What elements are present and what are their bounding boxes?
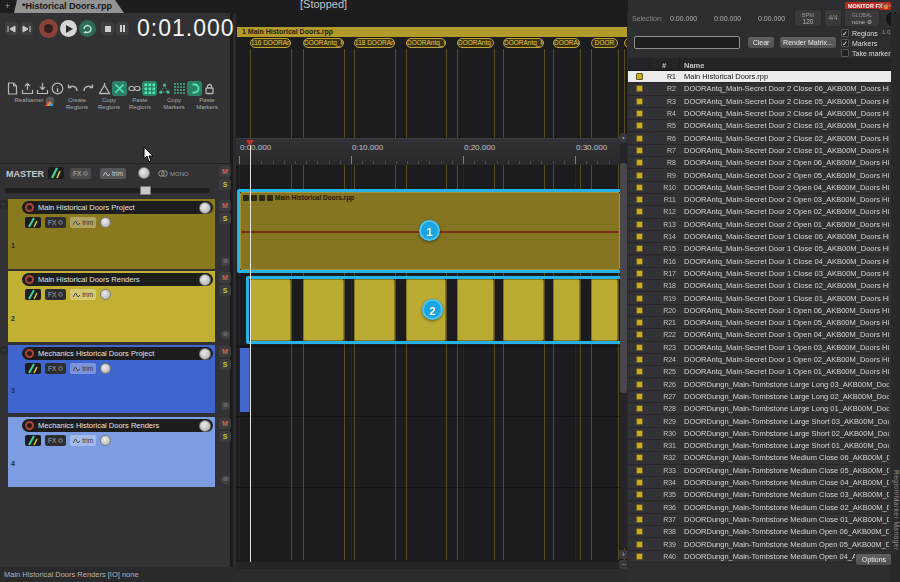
- region-row-R18[interactable]: R18 DOORAntq_Main-Secret Door 1 Close 02…: [628, 280, 891, 292]
- bpm-box[interactable]: BPM 120: [794, 9, 822, 27]
- record-arm-icon[interactable]: [25, 421, 34, 430]
- mute-button[interactable]: M: [219, 418, 231, 429]
- track-fx-button[interactable]: FX: [45, 217, 66, 228]
- region-row-R4[interactable]: R4 DOORAntq_Main-Secret Door 2 Close 04_…: [628, 108, 891, 120]
- region-color-swatch[interactable]: [636, 516, 643, 523]
- region-color-swatch[interactable]: [636, 381, 643, 388]
- table-header[interactable]: # Name: [628, 58, 891, 71]
- region-name[interactable]: DOORAntq_Main-Secret Door 1 Open 03_AKB0…: [684, 343, 889, 352]
- region-color-swatch[interactable]: [636, 270, 643, 277]
- selection-length[interactable]: 0:00.000: [758, 15, 785, 22]
- media-item-mechanics[interactable]: [240, 348, 250, 412]
- region-name[interactable]: DOORAntq_Main-Secret Door 2 Close 03_AKB…: [684, 121, 889, 130]
- region-row-R12[interactable]: R12 DOORAntq_Main-Secret Door 2 Open 02_…: [628, 206, 891, 218]
- region-name[interactable]: DOORAntq_Main-Secret Door 2 Close 01_AKB…: [684, 146, 889, 155]
- selection-end[interactable]: 0:00.000: [714, 15, 741, 22]
- track-volume-knob[interactable]: [199, 274, 211, 286]
- track-name[interactable]: Main Historical Doors Project: [38, 203, 195, 212]
- region-name[interactable]: DOORAntq_Main-Secret Door 2 Open 04_AKB0…: [684, 183, 889, 192]
- region-color-swatch[interactable]: [636, 405, 643, 412]
- arrange-vscroll-thumb[interactable]: [620, 163, 627, 393]
- region-row-R32[interactable]: R32 DOORDungn_Main-Tombstone Medium Clos…: [628, 452, 891, 464]
- region-name[interactable]: DOORDungn_Main-Tombstone Large Long 02_A…: [684, 392, 889, 401]
- track-pan-knob[interactable]: [100, 363, 111, 374]
- region-row-R19[interactable]: R19 DOORAntq_Main-Secret Door 1 Close 01…: [628, 292, 891, 304]
- region-row-R11[interactable]: R11 DOORAntq_Main-Secret Door 2 Open 03_…: [628, 194, 891, 206]
- region-row-R23[interactable]: R23 DOORAntq_Main-Secret Door 1 Open 03_…: [628, 342, 891, 354]
- region-color-swatch[interactable]: [636, 282, 643, 289]
- region-name[interactable]: DOORDungn_Main-Tombstone Large Short 01_…: [684, 441, 889, 450]
- region-name[interactable]: DOORDungn_Main-Tombstone Large Long 03_A…: [684, 380, 889, 389]
- column-name[interactable]: Name: [684, 61, 704, 70]
- checkbox-take-markers[interactable]: Take markers: [841, 49, 894, 57]
- region-name[interactable]: DOORAntq_Main-Secret Door 1 Open 05_AKB0…: [684, 318, 889, 327]
- filter-input[interactable]: [634, 36, 740, 49]
- region-name[interactable]: DOORDungn_Main-Tombstone Medium Open 05_…: [684, 540, 889, 549]
- solo-button[interactable]: S: [219, 285, 231, 296]
- region-color-swatch[interactable]: [636, 307, 643, 314]
- track-route-icon[interactable]: [25, 289, 41, 300]
- track-body[interactable]: Mechanics Historical Doors Project FX tr…: [20, 345, 215, 413]
- region-name[interactable]: DOORAntq_Main-Secret Door 2 Close 02_AKB…: [684, 134, 889, 143]
- fx-bypass-icon[interactable]: ⊘: [221, 330, 230, 339]
- region-row-R40[interactable]: R40 DOORDungn_Main-Tombstone Medium Open…: [628, 551, 891, 563]
- region-row-R34[interactable]: R34 DOORDungn_Main-Tombstone Medium Clos…: [628, 477, 891, 489]
- region-row-R8[interactable]: R8 DOORAntq_Main-Secret Door 2 Open 06_A…: [628, 157, 891, 169]
- record-arm-icon[interactable]: [25, 203, 34, 212]
- region-row-R29[interactable]: R29 DOORDungn_Main-Tombstone Large Short…: [628, 415, 891, 427]
- checkbox-regions[interactable]: ✓Regions: [841, 29, 878, 37]
- region-row-R37[interactable]: R37 DOORDungn_Main-Tombstone Medium Clos…: [628, 514, 891, 526]
- region-name[interactable]: DOORAntq_Main-Secret Door 2 Close 04_AKB…: [684, 109, 889, 118]
- region-row-R7[interactable]: R7 DOORAntq_Main-Secret Door 2 Close 01_…: [628, 145, 891, 157]
- track-trim-button[interactable]: trim: [70, 363, 96, 374]
- region-color-swatch[interactable]: [636, 184, 643, 191]
- master-mute-button[interactable]: M: [219, 166, 231, 177]
- region-name[interactable]: DOORDungn_Main-Tombstone Medium Close 04…: [684, 478, 889, 487]
- track-fx-button[interactable]: FX: [45, 435, 66, 446]
- track-group-icon[interactable]: ◌: [0, 200, 8, 209]
- region-row-R13[interactable]: R13 DOORAntq_Main-Secret Door 2 Open 01_…: [628, 219, 891, 231]
- track-header[interactable]: Mechanics Historical Doors Renders: [22, 419, 213, 432]
- selection-start[interactable]: 0:00.000: [670, 15, 697, 22]
- region-color-swatch[interactable]: [636, 98, 643, 105]
- region-color-swatch[interactable]: [636, 122, 643, 129]
- region-row-R36[interactable]: R36 DOORDungn_Main-Tombstone Medium Clos…: [628, 502, 891, 514]
- track-name[interactable]: Main Historical Doors Renders: [38, 275, 195, 284]
- track-body[interactable]: Mechanics Historical Doors Renders FX tr…: [20, 417, 215, 487]
- region-color-swatch[interactable]: [636, 233, 643, 240]
- region-name[interactable]: DOORAntq_Main-Secret Door 1 Close 02_AKB…: [684, 281, 889, 290]
- region-name[interactable]: DOORDungn_Main-Tombstone Medium Close 02…: [684, 503, 889, 512]
- region-row-R1[interactable]: R1 Main Historical Doors.rpp: [628, 71, 891, 83]
- region-name[interactable]: Main Historical Doors.rpp: [684, 72, 889, 81]
- arrange-view[interactable]: 1 Main Historical Doors.rpp 116 DOORAntq…: [236, 13, 627, 569]
- region-color-swatch[interactable]: [636, 479, 643, 486]
- track-pan-knob[interactable]: [100, 217, 111, 228]
- region-name[interactable]: DOORAntq_Main-Secret Door 2 Close 05_AKB…: [684, 97, 889, 106]
- region-row-R24[interactable]: R24 DOORAntq_Main-Secret Door 1 Open 02_…: [628, 354, 891, 366]
- region-color-swatch[interactable]: [636, 73, 643, 80]
- track-volume-knob[interactable]: [199, 202, 211, 214]
- track-route-icon[interactable]: [25, 217, 41, 228]
- region-row-R28[interactable]: R28 DOORDungn_Main-Tombstone Large Long …: [628, 403, 891, 415]
- zoom-in-button[interactable]: +: [619, 550, 627, 559]
- options-button[interactable]: Options: [855, 553, 893, 566]
- zoom-out-button[interactable]: −: [619, 560, 627, 569]
- region-name[interactable]: DOORAntq_Main-Secret Door 1 Close 06_AKB…: [684, 232, 889, 241]
- region-color-swatch[interactable]: [636, 442, 643, 449]
- track-trim-button[interactable]: trim: [70, 289, 96, 300]
- region-color-swatch[interactable]: [636, 418, 643, 425]
- track-volume-knob[interactable]: [199, 420, 211, 432]
- playhead-marker[interactable]: [246, 140, 254, 146]
- region-name[interactable]: DOORDungn_Main-Tombstone Medium Close 01…: [684, 515, 889, 524]
- region-name[interactable]: DOORAntq_Main-Secret Door 2 Open 05_AKB0…: [684, 171, 889, 180]
- region-name[interactable]: DOORAntq_Main-Secret Door 2 Close 06_AKB…: [684, 84, 889, 93]
- region-color-swatch[interactable]: [636, 245, 643, 252]
- region-color-swatch[interactable]: [636, 344, 643, 351]
- global-automation-box[interactable]: GLOBAL none ⚙: [844, 9, 880, 27]
- region-row-R2[interactable]: R2 DOORAntq_Main-Secret Door 2 Close 06_…: [628, 83, 891, 95]
- project-tab[interactable]: *Historical Doors.rpp: [14, 0, 124, 13]
- arrange-hscrollbar[interactable]: [236, 562, 619, 569]
- region-name[interactable]: DOORAntq_Main-Secret Door 1 Close 03_AKB…: [684, 269, 889, 278]
- mute-button[interactable]: M: [219, 272, 231, 283]
- track-trim-button[interactable]: trim: [70, 217, 96, 228]
